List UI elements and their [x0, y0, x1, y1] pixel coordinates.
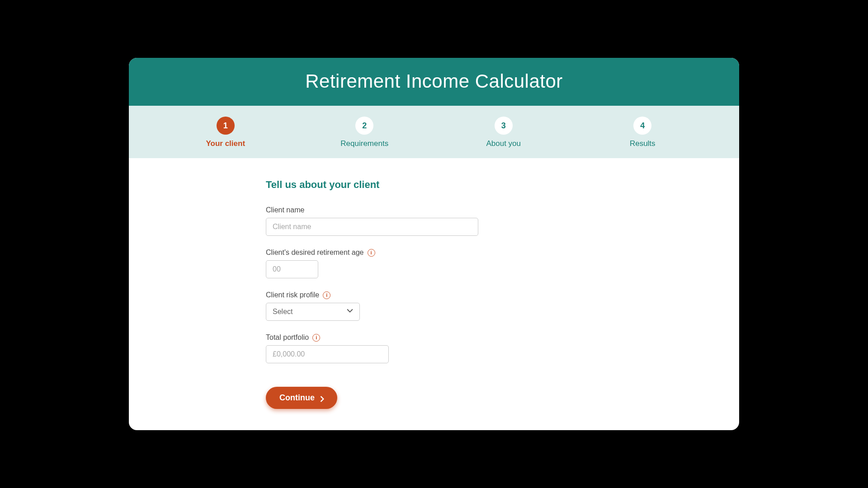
label-risk-profile: Client risk profile i: [266, 291, 501, 299]
info-icon[interactable]: i: [323, 291, 330, 299]
continue-label: Continue: [279, 393, 315, 403]
risk-profile-select[interactable]: Select: [266, 303, 360, 321]
chevron-down-icon: [347, 309, 353, 315]
page-title: Retirement Income Calculator: [129, 70, 739, 92]
field-total-portfolio: Total portfolio i: [266, 333, 501, 363]
info-icon[interactable]: i: [368, 249, 375, 257]
step-number: 3: [495, 117, 513, 135]
calculator-card: Retirement Income Calculator 1 Your clie…: [129, 58, 739, 430]
step-number: 1: [217, 117, 235, 135]
section-title: Tell us about your client: [266, 179, 501, 191]
step-label: Requirements: [340, 139, 388, 148]
label-retirement-age: Client's desired retirement age i: [266, 249, 501, 257]
step-number: 4: [633, 117, 651, 135]
field-risk-profile: Client risk profile i Select: [266, 291, 501, 321]
total-portfolio-input[interactable]: [266, 345, 389, 363]
header-bar: Retirement Income Calculator: [129, 58, 739, 106]
chevron-right-icon: [320, 395, 325, 401]
step-label: About you: [486, 139, 521, 148]
step-requirements[interactable]: 2 Requirements: [328, 117, 401, 148]
label-total-portfolio: Total portfolio i: [266, 333, 501, 342]
field-client-name: Client name: [266, 206, 501, 236]
form-content: Tell us about your client Client name Cl…: [129, 158, 739, 430]
continue-button[interactable]: Continue: [266, 387, 337, 409]
step-number: 2: [355, 117, 373, 135]
field-retirement-age: Client's desired retirement age i: [266, 249, 501, 278]
step-label: Your client: [206, 139, 245, 148]
step-label: Results: [630, 139, 656, 148]
info-icon[interactable]: i: [312, 334, 320, 342]
step-about-you[interactable]: 3 About you: [467, 117, 540, 148]
label-client-name: Client name: [266, 206, 501, 214]
step-results[interactable]: 4 Results: [606, 117, 679, 148]
select-value: Select: [273, 308, 292, 316]
form-wrap: Tell us about your client Client name Cl…: [266, 179, 501, 412]
client-name-input[interactable]: [266, 218, 478, 236]
retirement-age-input[interactable]: [266, 260, 318, 278]
stepper: 1 Your client 2 Requirements 3 About you…: [129, 106, 739, 158]
step-your-client[interactable]: 1 Your client: [189, 117, 262, 148]
